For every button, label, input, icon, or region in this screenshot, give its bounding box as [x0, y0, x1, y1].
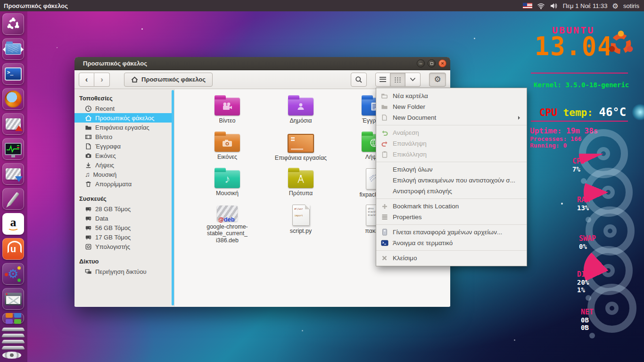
wifi-icon[interactable] [537, 2, 545, 9]
sidebar-item-videos[interactable]: Βίντεο [74, 132, 174, 141]
menu-item-bookmark[interactable]: Bookmark this Location [376, 201, 527, 212]
menu-separator [376, 198, 527, 199]
menu-item-new-folder[interactable]: New Folder [376, 101, 527, 112]
sidebar-item-recent[interactable]: Recent [74, 104, 174, 113]
file-item-public[interactable]: Δημόσια [265, 95, 336, 131]
forward-button[interactable]: › [94, 73, 110, 87]
list-view-icon [380, 77, 386, 82]
close-button[interactable]: × [438, 59, 446, 67]
menu-item-close[interactable]: Κλείσιμο [376, 253, 527, 263]
templates-folder-icon [288, 170, 314, 188]
folded-launcher-item[interactable] [1, 334, 25, 337]
file-item-videos[interactable]: Βίντεο [192, 95, 263, 131]
folded-launcher-item[interactable] [1, 346, 25, 349]
ubuntu-tweak-launcher-button[interactable]: ⚙ [2, 263, 24, 285]
window-title: Προσωπικός φάκελος [83, 60, 147, 67]
menu-item-new-tab[interactable]: Νέα καρτέλα [376, 90, 527, 101]
dash-home-button[interactable] [2, 13, 24, 35]
tools-window-launcher-button[interactable] [2, 288, 24, 310]
pen-tool-launcher-button[interactable] [2, 188, 24, 210]
volume-icon[interactable] [550, 2, 558, 9]
file-item-script-py[interactable]: #!/usr import script.py [265, 204, 336, 240]
sidebar-item-volume-17gb[interactable]: 17 GB Τόμος [74, 232, 174, 242]
menu-item-new-document[interactable]: New Document [376, 112, 527, 123]
view-options-button[interactable] [405, 73, 421, 87]
sidebar-item-desktop[interactable]: Επιφάνεια εργασίας [74, 123, 174, 132]
grid-view-button[interactable] [390, 73, 405, 87]
download-icon [85, 162, 92, 169]
pen-icon [7, 192, 19, 206]
search-button[interactable] [351, 73, 367, 87]
file-item-pictures[interactable]: Εικόνες [192, 131, 263, 167]
firefox-launcher-button[interactable] [2, 88, 24, 110]
home-icon [85, 115, 92, 122]
sidebar-item-volume-56gb[interactable]: 56 GB Τόμος [74, 223, 174, 232]
username[interactable]: sotiris [623, 2, 639, 9]
menu-item-restore-files[interactable]: Γίνεται επαναφορά χαμένων αρχείων... [376, 227, 527, 238]
places-sidebar: Τοποθεσίες Recent Προσωπικός φάκελος Επι… [74, 89, 174, 306]
sidebar-item-volume-data[interactable]: Data [74, 214, 174, 223]
system-monitor-icon [5, 143, 22, 155]
package-download-launcher-button[interactable] [2, 163, 24, 185]
sidebar-item-downloads[interactable]: Λήψεις [74, 160, 174, 170]
files-launcher-button[interactable] [2, 38, 24, 60]
sidebar-item-home[interactable]: Προσωπικός φάκελος [74, 113, 174, 123]
clock[interactable]: Πεμ 1 Νοέ 11:33 [563, 2, 608, 9]
system-monitor-launcher-button[interactable] [2, 138, 24, 160]
network-icon [85, 268, 92, 275]
folded-launcher-item[interactable] [1, 340, 25, 343]
file-item-templates[interactable]: Πρότυπα [265, 167, 336, 204]
cd-disc-icon[interactable] [2, 352, 21, 359]
menu-item-select-all[interactable]: Επιλογή όλων [376, 164, 527, 175]
ubuntu-logo-icon [607, 30, 635, 58]
headphones-icon: u [10, 244, 16, 255]
list-view-button[interactable] [375, 73, 390, 87]
public-folder-icon [288, 98, 314, 115]
plus-icon [380, 202, 388, 210]
top-panel: Προσωπικός φάκελος Πεμ 1 Νοέ 11:33 ⚙ sot… [0, 0, 644, 11]
computer-icon [85, 243, 92, 250]
desktop-icon [288, 134, 314, 153]
sidebar-scrollbar[interactable] [172, 90, 174, 305]
minimize-button[interactable]: – [417, 59, 425, 67]
search-icon [355, 76, 363, 83]
file-item-chrome-deb[interactable]: @deb google-chrome-stable_current_ i386.… [192, 204, 263, 240]
sidebar-item-computer[interactable]: Υπολογιστής [74, 242, 174, 251]
separator-line [531, 73, 628, 74]
menu-item-select-matching[interactable]: Επιλογή αντικειμένων που αντιστοιχούν σ.… [376, 175, 527, 186]
file-item-desktop[interactable]: Επιφάνεια εργασίας [265, 131, 336, 167]
home-icon [131, 76, 138, 83]
sidebar-item-trash[interactable]: Απορρίμματα [74, 179, 174, 189]
terminal-launcher-button[interactable]: >_ [2, 63, 24, 85]
keyboard-layout-flag-icon[interactable] [523, 3, 532, 8]
menu-item-redo[interactable]: Επανάληψη [376, 138, 527, 149]
amazon-launcher-button[interactable]: a [2, 213, 24, 235]
sidebar-item-documents[interactable]: Έγγραφα [74, 141, 174, 151]
menu-item-paste[interactable]: Επικόλληση [376, 149, 527, 160]
sidebar-item-pictures[interactable]: Εικόνες [74, 151, 174, 160]
menu-item-open-terminal[interactable]: Άνοιγμα σε τερματικό [376, 238, 527, 248]
file-item-music[interactable]: ♪ Μουσική [192, 167, 263, 204]
gear-menu-button[interactable]: ⚙ [429, 73, 446, 87]
sidebar-item-volume-28gb[interactable]: 28 GB Τόμος [74, 204, 174, 214]
breadcrumb[interactable]: Προσωπικός φάκελος [124, 73, 213, 87]
package-upload-launcher-button[interactable] [2, 113, 24, 135]
running-text: Running: 0 [530, 142, 567, 149]
firefox-icon [5, 90, 22, 107]
back-button[interactable]: ‹ [79, 73, 94, 87]
drive-icon [85, 206, 92, 213]
session-gear-icon[interactable]: ⚙ [612, 2, 619, 9]
workspace-switcher-button[interactable] [2, 313, 24, 323]
drive-icon [85, 224, 92, 231]
sidebar-item-music[interactable]: ♫ Μουσική [74, 170, 174, 179]
ubuntu-one-music-launcher-button[interactable]: u [2, 238, 24, 260]
sidebar-item-network[interactable]: Περιήγηση δικτύου [74, 267, 174, 276]
menu-item-invert-selection[interactable]: Αντιστροφή επιλογής [376, 186, 527, 197]
menu-item-undo[interactable]: Αναίρεση [376, 127, 527, 138]
menu-item-properties[interactable]: Properties [376, 212, 527, 222]
folded-launcher-item[interactable] [1, 328, 25, 331]
maximize-button[interactable] [428, 59, 436, 67]
list-icon [380, 213, 388, 221]
network-header: Δίκτυο [74, 255, 174, 267]
window-titlebar[interactable]: Προσωπικός φάκελος – × [74, 57, 450, 70]
